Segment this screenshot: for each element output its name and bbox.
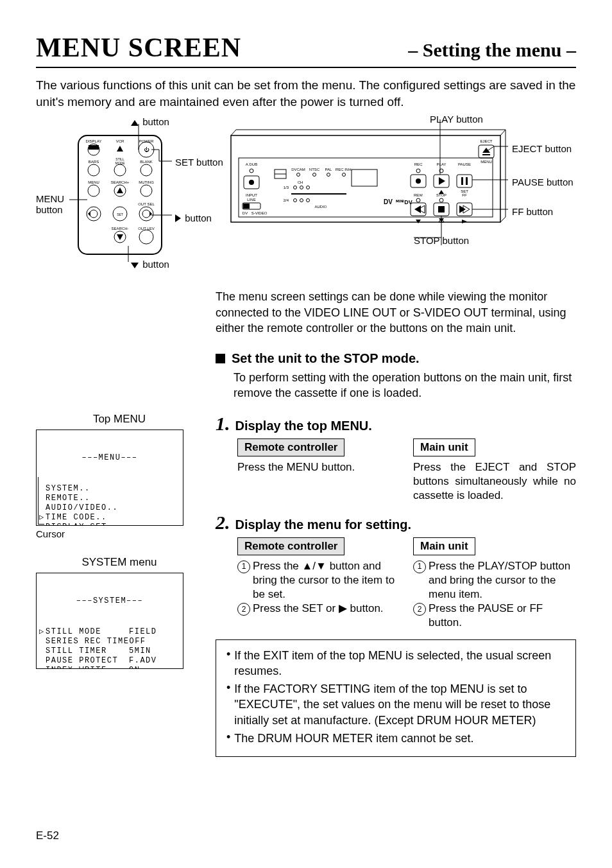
step-1-remote-body: Press the MENU button. — [237, 460, 400, 474]
svg-marker-36 — [149, 211, 152, 216]
notes-box: If the EXIT item of the top MENU is sele… — [216, 639, 576, 758]
svg-text:VCR: VCR — [116, 139, 124, 143]
svg-text:MUTING: MUTING — [139, 180, 154, 184]
svg-point-20 — [140, 164, 152, 176]
osd-column: Top MENU –––MENU––– SYSTEM..REMOTE..AUDI… — [36, 413, 203, 758]
svg-line-117 — [486, 146, 494, 152]
step-1-main-body: Press the EJECT and STOP buttons simulta… — [413, 460, 576, 503]
svg-text:ᴹᴵᴺᴵDV: ᴹᴵᴺᴵDV — [396, 199, 412, 205]
front-panel-diagram: PLAY button EJECT button PAUSE button FF… — [225, 116, 571, 257]
ff-button-label: FF button — [512, 206, 553, 217]
note-3: The DRUM HOUR METER item cannot be set. — [234, 731, 473, 746]
eject-button-label: EJECT button — [512, 143, 572, 154]
svg-text:DVCAM: DVCAM — [291, 168, 305, 171]
svg-point-64 — [343, 173, 346, 177]
diagrams-row: button SET button MENUbutton button butt… — [36, 116, 576, 273]
stop-mode-heading: Set the unit to the STOP mode. — [232, 351, 420, 366]
remote-svg: DISPLAY VCR POWER⏻ BARS STILLMODE BLANK … — [69, 124, 185, 262]
svg-marker-26 — [117, 187, 123, 193]
svg-text:INPUT: INPUT — [246, 193, 257, 197]
remote-diagram: button SET button MENUbutton button butt… — [36, 116, 209, 273]
svg-point-58 — [297, 173, 300, 177]
svg-text:DISPLAY: DISPLAY — [86, 139, 102, 143]
svg-text:AUDIO: AUDIO — [314, 205, 327, 209]
svg-point-68 — [294, 186, 297, 189]
svg-point-69 — [300, 186, 303, 189]
svg-text:FF: FF — [462, 193, 467, 197]
svg-point-22 — [88, 185, 99, 196]
svg-text:REW: REW — [414, 193, 423, 197]
system-menu-osd: –––SYSTEM––– ▷STILL MODEFIELDSERIES REC … — [36, 573, 183, 669]
step-2-main-body: 1Press the PLAY/STOP button and bring th… — [413, 559, 576, 630]
svg-text:SEARCH-: SEARCH- — [111, 227, 128, 230]
pause-button-label: PAUSE button — [512, 177, 574, 187]
svg-point-46 — [250, 169, 253, 173]
page-header: MENU SCREEN – Setting the menu – — [36, 32, 576, 68]
intro-text: The various functions of this unit can b… — [36, 77, 576, 110]
step-2-title: Display the menu for setting. — [235, 517, 411, 532]
svg-text:SEARCH+: SEARCH+ — [111, 180, 130, 184]
remote-controller-label: Remote controller — [237, 438, 344, 456]
svg-point-71 — [294, 199, 297, 202]
system-menu-title: SYSTEM menu — [36, 556, 203, 569]
svg-point-30 — [90, 210, 98, 218]
svg-text:REC: REC — [414, 162, 423, 166]
svg-marker-95 — [482, 148, 490, 153]
svg-text:EJECT: EJECT — [480, 139, 492, 143]
svg-text:SET: SET — [117, 213, 123, 216]
svg-rect-91 — [466, 177, 468, 185]
svg-text:REC INH.: REC INH. — [336, 168, 353, 171]
step-2-remote-body: 1Press the ▲/▼ button and bring the curs… — [237, 559, 400, 616]
svg-point-62 — [327, 173, 330, 177]
svg-text:PAL: PAL — [325, 168, 333, 171]
svg-text:PLAY: PLAY — [437, 162, 446, 166]
svg-point-82 — [416, 178, 421, 184]
svg-point-48 — [249, 180, 254, 185]
svg-text:MENU: MENU — [88, 180, 99, 184]
stop-mode-section: Set the unit to the STOP mode. To perfor… — [216, 351, 576, 401]
svg-text:CH: CH — [298, 180, 303, 184]
stop-mode-body: To perform setting with the operation bu… — [234, 370, 576, 401]
main-unit-label: Main unit — [413, 438, 475, 456]
svg-rect-76 — [352, 169, 377, 186]
step-2-number: 2. — [216, 512, 230, 534]
svg-marker-31 — [88, 211, 90, 216]
svg-text:1/3: 1/3 — [284, 186, 289, 189]
svg-text:MODE: MODE — [115, 161, 126, 165]
svg-text:A.DUB: A.DUB — [246, 162, 257, 166]
svg-marker-114 — [462, 220, 467, 223]
square-bullet-icon — [216, 354, 225, 363]
note-2: If the FACTORY SETTING item of the top M… — [234, 681, 565, 728]
svg-text:NTSC: NTSC — [309, 168, 320, 171]
svg-text:OUT SEL: OUT SEL — [138, 202, 155, 206]
svg-text:BLANK: BLANK — [140, 160, 153, 164]
svg-rect-44 — [239, 158, 493, 217]
svg-marker-86 — [439, 177, 445, 185]
svg-point-35 — [142, 210, 150, 218]
svg-text:STOP: STOP — [436, 193, 446, 197]
svg-point-70 — [307, 186, 310, 189]
svg-marker-101 — [414, 205, 421, 213]
svg-text:LINE: LINE — [247, 198, 255, 202]
step-1-title: Display the top MENU. — [235, 419, 372, 433]
step-1-number: 1. — [216, 413, 230, 435]
svg-rect-107 — [438, 206, 445, 213]
top-menu-osd: –––MENU––– SYSTEM..REMOTE..AUDIO/VIDEO..… — [36, 430, 183, 526]
svg-rect-90 — [461, 177, 463, 185]
svg-point-80 — [416, 169, 420, 173]
svg-marker-43 — [117, 146, 123, 152]
svg-point-73 — [307, 199, 310, 202]
svg-text:S-VIDEO: S-VIDEO — [251, 211, 268, 215]
svg-text:POWER: POWER — [139, 139, 154, 143]
svg-rect-52 — [243, 204, 250, 209]
remote-controller-label-2: Remote controller — [237, 537, 344, 555]
svg-marker-39 — [117, 234, 123, 240]
svg-text:2/4: 2/4 — [284, 198, 289, 202]
svg-text:BARS: BARS — [89, 160, 99, 164]
note-1: If the EXIT item of the top MENU is sele… — [234, 648, 565, 679]
step-1: 1. Display the top MENU. Remote controll… — [216, 413, 576, 503]
cursor-label: Cursor — [36, 528, 203, 539]
svg-point-17 — [114, 164, 126, 176]
svg-rect-89 — [457, 175, 472, 187]
menu-button-label: MENUbutton — [36, 193, 64, 215]
